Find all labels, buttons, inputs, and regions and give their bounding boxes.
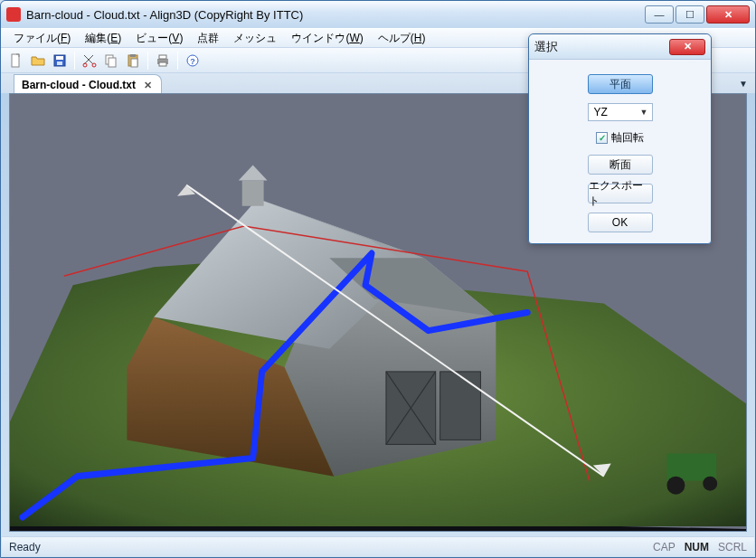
- svg-rect-10: [131, 59, 137, 67]
- menu-help-label: ヘルプ: [378, 32, 411, 44]
- folder-open-icon: [31, 53, 45, 68]
- menu-file-label: ファイル: [14, 32, 57, 44]
- menu-mesh-label: メッシュ: [233, 32, 277, 44]
- close-button[interactable]: ✕: [706, 5, 750, 24]
- new-file-icon: [9, 53, 24, 68]
- svg-point-32: [703, 477, 717, 491]
- plane-button[interactable]: 平面: [588, 74, 653, 94]
- menu-help[interactable]: ヘルプ(H): [371, 29, 433, 48]
- open-file-button[interactable]: [28, 51, 48, 71]
- svg-point-31: [666, 477, 685, 495]
- document-tab-label: Barn-cloud - Cloud.txt: [22, 79, 136, 91]
- paste-icon: [126, 53, 140, 68]
- document-tab[interactable]: Barn-cloud - Cloud.txt ✕: [14, 74, 162, 93]
- cross-section-label: 断面: [610, 157, 631, 173]
- window-controls: — ☐ ✕: [645, 5, 750, 24]
- axis-select-value: YZ: [594, 106, 608, 118]
- menu-edit-label: 編集: [85, 32, 107, 44]
- svg-point-5: [92, 63, 96, 67]
- paste-button[interactable]: [123, 51, 143, 71]
- ok-button-label: OK: [612, 216, 628, 229]
- export-button-label: エクスポート: [589, 178, 652, 209]
- svg-rect-29: [440, 372, 481, 440]
- copy-button[interactable]: [101, 51, 121, 71]
- status-num: NUM: [685, 541, 709, 553]
- svg-rect-2: [56, 56, 63, 60]
- status-caps: CAP: [653, 541, 676, 553]
- print-button[interactable]: [153, 51, 173, 71]
- svg-rect-0: [12, 54, 19, 67]
- status-bar: Ready CAP NUM SCRL: [2, 536, 754, 556]
- toolbar-separator: [177, 52, 178, 70]
- dialog-title: 選択: [534, 39, 669, 55]
- axis-rotate-label: 軸回転: [611, 130, 644, 146]
- svg-rect-13: [159, 62, 166, 66]
- status-ready-label: Ready: [9, 541, 41, 553]
- menu-point-cloud[interactable]: 点群: [190, 29, 226, 48]
- help-icon: ?: [185, 53, 200, 68]
- svg-rect-3: [57, 61, 62, 65]
- menu-view-label: ビュー: [136, 32, 168, 44]
- export-button[interactable]: エクスポート: [588, 184, 653, 203]
- help-button[interactable]: ?: [183, 51, 203, 71]
- save-icon: [52, 53, 67, 68]
- scissors-icon: [82, 53, 97, 68]
- copy-icon: [104, 53, 118, 68]
- menu-edit[interactable]: 編集(E): [78, 29, 128, 48]
- application-window: Barn-cloud - Cloud.txt - Align3D (CopyRi…: [0, 0, 756, 558]
- maximize-button[interactable]: ☐: [676, 5, 704, 24]
- status-scrl: SCRL: [718, 541, 747, 553]
- cross-section-button[interactable]: 断面: [588, 155, 653, 175]
- selection-dialog[interactable]: 選択 ✕ 平面 YZ ▼ ✓ 軸回転 断面 エクスポート OK: [528, 33, 712, 244]
- save-button[interactable]: [50, 51, 70, 71]
- svg-rect-9: [130, 54, 136, 57]
- toolbar-separator: [147, 52, 148, 70]
- menu-view[interactable]: ビュー(V): [128, 29, 190, 48]
- toolbar-separator: [74, 52, 75, 70]
- dialog-close-button[interactable]: ✕: [669, 39, 705, 55]
- dialog-body: 平面 YZ ▼ ✓ 軸回転 断面 エクスポート OK: [529, 60, 711, 241]
- menu-window[interactable]: ウインドウ(W): [284, 29, 370, 48]
- minimize-button[interactable]: —: [645, 5, 674, 24]
- cut-button[interactable]: [80, 51, 99, 71]
- app-icon: [6, 7, 21, 22]
- axis-select[interactable]: YZ ▼: [588, 103, 653, 121]
- axis-rotate-checkbox[interactable]: ✓ 軸回転: [596, 130, 644, 146]
- svg-rect-7: [109, 58, 116, 67]
- svg-rect-24: [242, 181, 264, 206]
- chevron-down-icon: ▼: [640, 108, 648, 117]
- menu-winm-label: ウインドウ: [291, 32, 345, 44]
- menu-points-label: 点群: [197, 32, 219, 44]
- svg-rect-12: [159, 55, 166, 59]
- checkbox-checkmark-icon: ✓: [596, 132, 608, 144]
- ok-button[interactable]: OK: [588, 213, 653, 232]
- menu-file[interactable]: ファイル(F): [6, 29, 78, 48]
- window-title: Barn-cloud - Cloud.txt - Align3D (CopyRi…: [26, 8, 645, 22]
- title-bar[interactable]: Barn-cloud - Cloud.txt - Align3D (CopyRi…: [1, 1, 755, 28]
- new-file-button[interactable]: [6, 51, 26, 71]
- menu-mesh[interactable]: メッシュ: [226, 29, 284, 48]
- tab-close-icon[interactable]: ✕: [141, 79, 154, 91]
- svg-text:?: ?: [190, 57, 195, 66]
- dialog-title-bar[interactable]: 選択 ✕: [529, 34, 711, 60]
- status-keylocks: CAP NUM SCRL: [653, 541, 747, 553]
- printer-icon: [156, 53, 170, 68]
- tab-overflow-button[interactable]: ▼: [737, 77, 750, 90]
- plane-button-label: 平面: [610, 77, 631, 92]
